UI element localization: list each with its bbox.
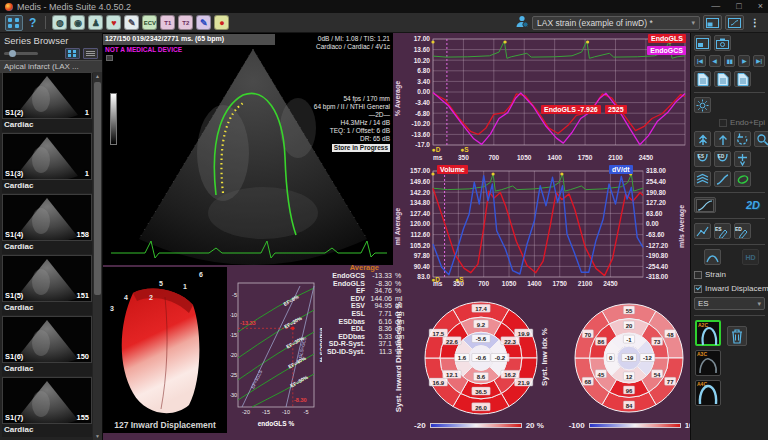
series-thumbnail[interactable]: S1(4)158 Cardiac [2,194,92,255]
delete-analysis-button[interactable] [727,326,747,346]
strain-chart: 17.0013.6010.206.803.400.00-3.40-6.80-10… [393,33,690,165]
legend-volume[interactable]: Volume [437,165,468,174]
grayscale-bar [110,93,117,145]
svg-text:350: 350 [458,154,469,161]
curve-preview-button[interactable] [694,197,716,213]
roi-ellipse-icon[interactable] [734,171,751,187]
series-thumbnail[interactable]: S1(3)1 Cardiac [2,133,92,194]
svg-text:96: 96 [626,388,633,394]
endo-epi-label: Endo+Epi [730,118,765,127]
undo-icon[interactable] [734,131,751,147]
phase-select[interactable]: ES ▾ [694,297,765,310]
view-thumbnail-a4c[interactable]: A4C [695,380,721,406]
export-report-icon[interactable] [694,71,711,87]
minimize-button[interactable]: — [711,0,720,13]
layout-2-button[interactable] [725,15,744,30]
svg-text:●D: ●D [432,146,441,153]
es-contour-icon[interactable]: ES [694,151,711,167]
t2-app-icon[interactable]: T2 [178,15,193,30]
series-thumbnail[interactable]: S1(5)151 Cardiac [2,255,92,316]
legend-dvdt[interactable]: dV/dt [609,165,633,174]
svg-text:-8.30: -8.30 [294,397,307,403]
snapshot-icon[interactable] [714,35,731,51]
export-image-icon[interactable] [734,71,751,87]
user-icon[interactable] [515,14,529,32]
window-title: Medis - Medis Suite 4.0.50.2 [17,2,131,12]
layout-1-button[interactable] [703,15,722,30]
view-thumbnail-a2c[interactable]: A2C [695,320,721,346]
ultrasound-view[interactable]: 127/150 019/2342/2771 ms. (65 bpm) NOT A… [103,33,393,265]
series-thumbnail[interactable]: S1(7)155 Cardiac [2,377,92,438]
strain-checkbox[interactable] [694,271,702,279]
qstrain-app-icon[interactable]: ♥ [106,15,121,30]
svg-text:1400: 1400 [527,280,542,287]
list-view-button[interactable] [83,48,98,59]
color-scale-bar [589,423,681,428]
app-logo-icon [5,3,13,11]
curve-tool-icon[interactable] [714,171,731,187]
help-button[interactable]: ? [26,16,39,30]
view-thumbnail-a3c[interactable]: A3C [695,350,721,376]
phase-select-value: ES [698,299,709,308]
svg-text:6.80: 6.80 [417,67,430,74]
inward-displacement-checkbox[interactable] [694,285,702,293]
pause-button[interactable]: ▮▮ [724,55,736,67]
thumbnail-size-slider[interactable] [4,52,38,55]
qmass-app-icon[interactable]: ◉ [70,15,85,30]
series-scrollbar[interactable]: ▲ ▼ [93,72,102,440]
svg-text:127.20: 127.20 [646,199,666,206]
svg-text:36.5: 36.5 [475,389,487,395]
shift-contour-icon[interactable] [694,131,711,147]
more-options-icon[interactable]: ⋮ [747,17,763,28]
report-icon[interactable] [694,35,711,51]
landmark-icon[interactable] [734,151,751,167]
grid-view-button[interactable] [65,48,80,59]
svg-text:16.2: 16.2 [504,372,516,378]
first-frame-button[interactable]: |◀ [694,55,706,67]
bullseye-inward-index[interactable]: 554877846870207354964586-1-12120-19 -100… [563,297,690,437]
bullseye-inward-displacement[interactable]: 17.419.921.926.016.917.59.222.316.236.51… [397,297,561,437]
export-values-icon[interactable] [714,71,731,87]
close-button[interactable]: × [758,0,763,13]
maximize-button[interactable]: □ [736,0,741,13]
series-thumbnail[interactable]: S1(2)1 Cardiac [2,72,92,133]
t1-app-icon[interactable]: T1 [160,15,175,30]
ed-contour-icon[interactable]: ED [714,151,731,167]
qmap-app-icon[interactable]: ✎ [124,15,139,30]
layers-icon[interactable] [694,171,711,187]
previous-frame-button[interactable]: ◀ [709,55,721,67]
qplaque-app-icon[interactable]: ♟ [88,15,103,30]
svg-text:●S: ●S [455,276,464,283]
svg-text:12.1: 12.1 [446,372,458,378]
peak-curve-button[interactable] [704,249,721,265]
qflow-app-icon[interactable]: ◍ [52,15,67,30]
tools-panel: |◀ ◀ ▮▮ ▶ ▶| [690,33,768,440]
session-dropdown[interactable]: LAX strain (example of inwD) * ▾ [532,16,700,30]
3d-model-view[interactable]: 615243 127 Inward Displacement [103,267,227,433]
frame-info-bar: 127/150 019/2342/2771 ms. (65 bpm) [103,34,275,45]
svg-text:21.9: 21.9 [518,380,530,386]
endo-epi-checkbox[interactable] [719,119,727,127]
scatter-tool-icon[interactable] [694,223,711,239]
edit-ed-icon[interactable]: ED [734,223,751,239]
series-thumbnail[interactable]: S1(6)150 Cardiac [2,316,92,377]
legend-endogls[interactable]: EndoGLS [648,34,686,43]
svg-text:0.00: 0.00 [646,220,659,227]
next-frame-button[interactable]: ▶ [738,55,750,67]
brightness-icon[interactable] [694,97,711,113]
svg-text:-30: -30 [230,392,237,398]
legend-endogcs[interactable]: EndoGCS [647,46,686,55]
svg-text:EF=50%: EF=50% [289,374,309,389]
ecv-app-icon[interactable]: ECV [142,15,157,30]
svg-text:8.6: 8.6 [477,374,486,380]
edit-es-icon[interactable]: ES [714,223,731,239]
2d-mode-badge[interactable]: 2D [746,199,760,211]
nudge-contour-icon[interactable] [714,131,731,147]
svg-text:-0.2: -0.2 [495,355,506,361]
last-frame-button[interactable]: ▶| [753,55,765,67]
qtag-app-icon[interactable]: ● [214,15,229,30]
annotate-app-icon[interactable]: ✎ [196,15,211,30]
series-browser-button[interactable] [5,15,23,31]
hd-mode-button[interactable]: HD [742,249,759,265]
zoom-icon[interactable] [754,131,768,147]
